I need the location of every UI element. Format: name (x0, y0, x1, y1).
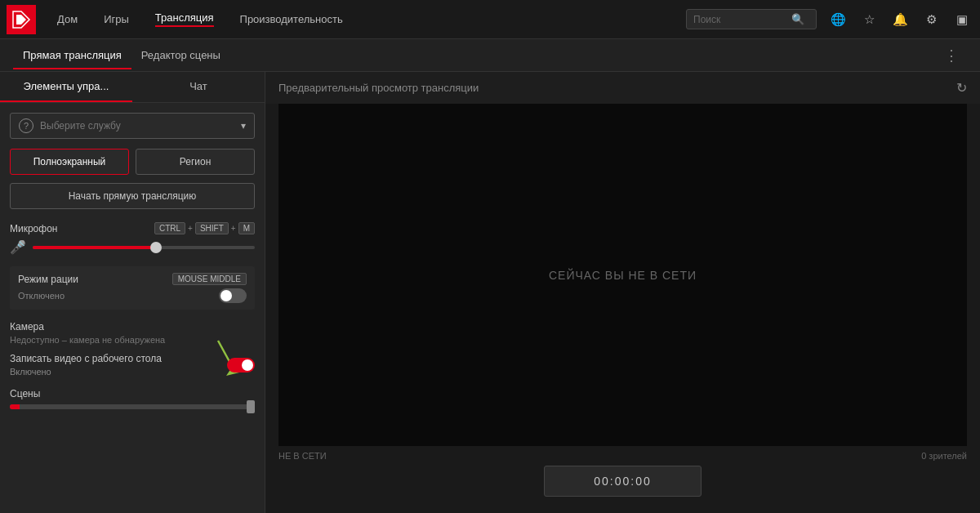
preview-refresh-icon[interactable]: ↻ (956, 80, 967, 96)
scenes-section: Сцены (10, 388, 255, 409)
radio-toggle[interactable] (219, 288, 247, 303)
shift-key: SHIFT (195, 222, 229, 234)
microphone-icon: 🎤 (10, 239, 26, 255)
preview-header: Предварительный просмотр трансляции ↻ (265, 72, 980, 104)
mic-slider[interactable] (33, 246, 255, 249)
m-key: M (238, 222, 255, 234)
fullscreen-button[interactable]: Полноэкранный (10, 149, 129, 175)
left-panel-tabs: Элементы упра... Чат (0, 72, 265, 103)
star-icon[interactable]: ☆ (858, 8, 880, 31)
mouse-middle-badge: MOUSE MIDDLE (172, 273, 247, 285)
scenes-label: Сцены (10, 388, 255, 399)
top-nav: Дом Игры Трансляция Производительность (46, 7, 686, 32)
left-panel: Элементы упра... Чат ? Выберите службу ▾… (0, 72, 265, 513)
subnav-editor[interactable]: Редактор сцены (131, 42, 230, 69)
right-panel: Предварительный просмотр трансляции ↻ СЕ… (265, 72, 980, 513)
search-box[interactable]: 🔍 (686, 9, 817, 29)
scenes-bar (10, 404, 255, 409)
service-dropdown[interactable]: ? Выберите службу ▾ (10, 113, 255, 139)
microphone-section: Микрофон CTRL + SHIFT + M 🎤 (10, 222, 255, 255)
mode-buttons: Полноэкранный Регион (10, 149, 255, 175)
start-stream-button[interactable]: Начать прямую трансляцию (10, 183, 255, 209)
search-icon: 🔍 (791, 13, 804, 25)
settings-icon[interactable]: ⚙ (920, 8, 942, 31)
bell-icon[interactable]: 🔔 (889, 8, 911, 31)
main-content: Элементы упра... Чат ? Выберите службу ▾… (0, 72, 980, 513)
sub-nav: Прямая трансляция Редактор сцены ⋮ (0, 39, 980, 72)
amd-logo (7, 5, 36, 34)
globe-icon[interactable]: 🌐 (826, 8, 849, 31)
search-input[interactable] (693, 14, 791, 25)
ctrl-key: CTRL (154, 222, 185, 234)
radio-status-text: Отключено (18, 291, 65, 301)
mic-shortcut: CTRL + SHIFT + M (154, 222, 255, 234)
camera-label: Камера (10, 321, 255, 332)
region-button[interactable]: Регион (136, 149, 255, 175)
mic-slider-fill (33, 246, 155, 249)
radio-mode-label: Режим рации (18, 274, 78, 285)
preview-area: СЕЙЧАС ВЫ НЕ В СЕТИ (278, 104, 967, 446)
viewer-count: 0 зрителей (921, 451, 967, 461)
top-icons: 🌐 ☆ 🔔 ⚙ ▣ (826, 8, 973, 31)
radio-mode-section: Режим рации MOUSE MIDDLE Отключено (10, 266, 255, 310)
scenes-fill (10, 404, 20, 409)
scenes-thumb[interactable] (247, 400, 255, 413)
plus-1: + (188, 224, 193, 233)
record-status: Включено (10, 367, 162, 377)
stream-status: НЕ В СЕТИ (278, 451, 327, 461)
top-bar: Дом Игры Трансляция Производительность 🔍… (0, 0, 980, 39)
plus-2: + (231, 224, 236, 233)
nav-performance[interactable]: Производительность (229, 8, 354, 30)
tab-chat[interactable]: Чат (132, 72, 265, 102)
preview-footer: НЕ В СЕТИ 0 зрителей (265, 446, 980, 466)
left-content: ? Выберите службу ▾ Полноэкранный Регион… (0, 103, 265, 513)
toggle-knob (220, 290, 232, 301)
record-toggle[interactable] (227, 358, 255, 372)
help-icon: ? (19, 118, 33, 133)
tab-controls[interactable]: Элементы упра... (0, 72, 132, 102)
offline-label: СЕЙЧАС ВЫ НЕ В СЕТИ (549, 269, 697, 282)
nav-streaming[interactable]: Трансляция (144, 7, 225, 32)
record-toggle-knob (242, 359, 253, 371)
chevron-down-icon: ▾ (241, 120, 246, 132)
nav-home[interactable]: Дом (46, 8, 89, 30)
subnav-live[interactable]: Прямая трансляция (13, 42, 131, 69)
record-section: Записать видео с рабочего стола Включено (10, 353, 255, 377)
display-icon[interactable]: ▣ (951, 8, 973, 31)
preview-title: Предварительный просмотр трансляции (278, 82, 479, 94)
nav-games[interactable]: Игры (92, 8, 140, 30)
service-placeholder: Выберите службу (40, 120, 241, 132)
mic-slider-thumb[interactable] (150, 242, 162, 253)
record-label: Записать видео с рабочего стола (10, 353, 162, 364)
timer-area: 00:00:00 (265, 466, 980, 513)
microphone-label: Микрофон (10, 223, 57, 234)
sub-nav-more[interactable]: ⋮ (938, 47, 967, 65)
timer-button[interactable]: 00:00:00 (544, 466, 702, 497)
